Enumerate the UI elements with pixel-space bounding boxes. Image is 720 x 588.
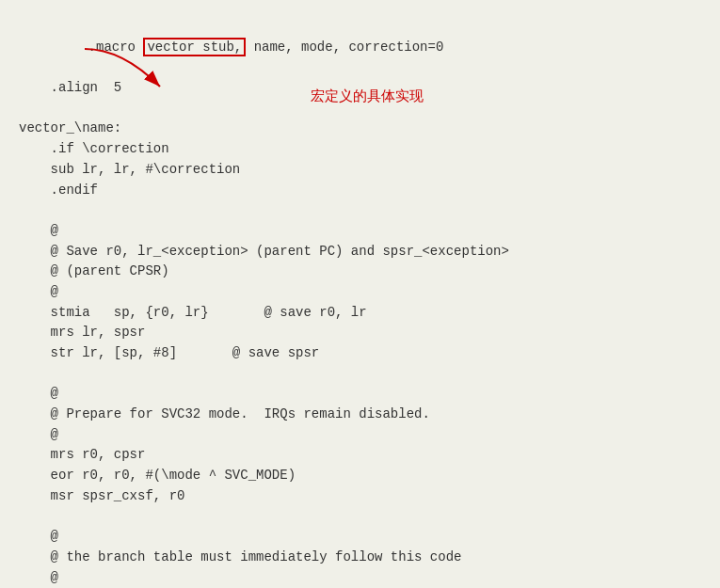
code-line-7: @ (19, 221, 701, 242)
code-line-22: @ (19, 568, 701, 588)
code-line-3: vector_\name: (19, 119, 701, 139)
code-line-9: @ (parent CPSR) (19, 262, 701, 282)
code-line-empty-3 (19, 364, 701, 385)
code-line-17: mrs r0, cpsr (19, 445, 701, 466)
code-line-12: mrs lr, spsr (19, 323, 701, 343)
code-line-21: @ the branch table must immediately foll… (19, 548, 701, 568)
code-line-19: msr spsr_cxsf, r0 (19, 486, 701, 507)
code-line-5: sub lr, lr, #\correction (19, 160, 701, 181)
code-line-20: @ (19, 527, 701, 548)
code-line-16: @ (19, 425, 701, 446)
code-line-13: str lr, [sp, #8] @ save spsr (19, 343, 701, 364)
code-line-4: .if \correction (19, 139, 701, 160)
code-line-8: @ Save r0, lr_<exception> (parent PC) an… (19, 242, 701, 262)
highlight-vector-stub: vector stub, (143, 38, 246, 56)
code-line-6: .endif (19, 181, 701, 201)
code-line-1: .macro vector stub, name, mode, correcti… (19, 17, 701, 78)
code-line-14: @ (19, 384, 701, 405)
code-line-empty-4 (19, 507, 701, 528)
annotation-label: 宏定义的具体实现 (311, 86, 424, 107)
code-line-15: @ Prepare for SVC32 mode. IRQs remain di… (19, 405, 701, 425)
code-block: .macro vector stub, name, mode, correcti… (0, 0, 720, 588)
code-line-10: @ (19, 282, 701, 303)
code-line-empty-2 (19, 200, 701, 221)
code-line-18: eor r0, r0, #(\mode ^ SVC_MODE) (19, 466, 701, 486)
code-line-11: stmia sp, {r0, lr} @ save r0, lr (19, 303, 701, 324)
